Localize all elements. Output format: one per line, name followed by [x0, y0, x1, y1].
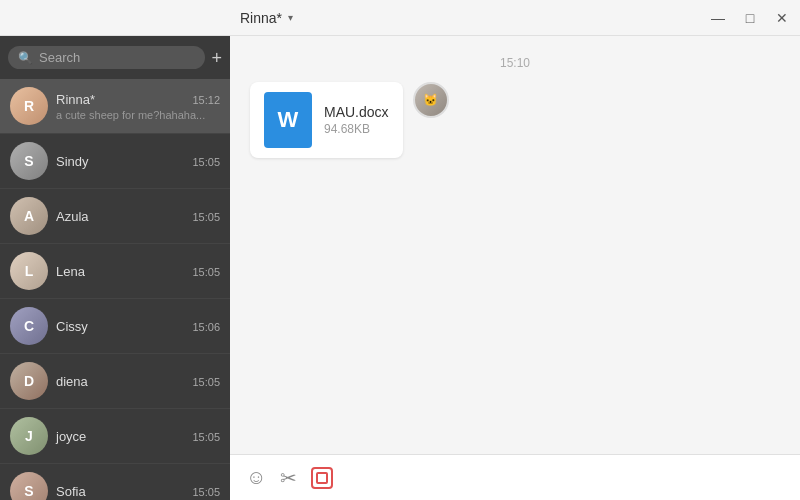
file-name: MAU.docx [324, 104, 389, 120]
minimize-button[interactable]: — [708, 8, 728, 28]
file-size: 94.68KB [324, 122, 389, 136]
contact-time: 15:12 [192, 94, 220, 106]
contact-info: Cissy 15:06 [56, 319, 220, 334]
chat-area: 15:10 W MAU.docx 94.68KB 🐱 [230, 36, 800, 500]
contact-item-diena[interactable]: D diena 15:05 [0, 354, 230, 409]
contact-item-azula[interactable]: A Azula 15:05 [0, 189, 230, 244]
message-row: W MAU.docx 94.68KB 🐱 [250, 82, 780, 158]
contact-name: Lena [56, 264, 85, 279]
avatar: C [10, 307, 48, 345]
avatar: D [10, 362, 48, 400]
avatar: A [10, 197, 48, 235]
message-timestamp: 15:10 [250, 56, 780, 70]
maximize-button[interactable]: □ [740, 8, 760, 28]
contact-info: Sindy 15:05 [56, 154, 220, 169]
contact-info: joyce 15:05 [56, 429, 220, 444]
chat-toolbar: ☺ ✂ [230, 454, 800, 500]
chat-title: Rinna* [240, 10, 282, 26]
copy-paste-button[interactable] [311, 467, 333, 489]
contact-time: 15:05 [192, 211, 220, 223]
contact-name: Cissy [56, 319, 88, 334]
close-button[interactable]: ✕ [772, 8, 792, 28]
contact-item-cissy[interactable]: C Cissy 15:06 [0, 299, 230, 354]
avatar: J [10, 417, 48, 455]
search-input[interactable] [39, 50, 195, 65]
contact-time: 15:06 [192, 321, 220, 333]
avatar: S [10, 142, 48, 180]
contact-name: Rinna* [56, 92, 95, 107]
search-input-wrap[interactable]: 🔍 [8, 46, 205, 69]
word-file-icon: W [264, 92, 312, 148]
contact-item-sofia[interactable]: S Sofia 15:05 [0, 464, 230, 500]
file-info: MAU.docx 94.68KB [324, 104, 389, 136]
contact-info: Lena 15:05 [56, 264, 220, 279]
contact-item-joyce[interactable]: J joyce 15:05 [0, 409, 230, 464]
contact-time: 15:05 [192, 486, 220, 498]
sidebar: 🔍 + R Rinna* 15:12 a cute sheep for me?h… [0, 36, 230, 500]
contact-name: Sindy [56, 154, 89, 169]
contact-item-sindy[interactable]: S Sindy 15:05 [0, 134, 230, 189]
contact-info: Azula 15:05 [56, 209, 220, 224]
contact-name: Azula [56, 209, 89, 224]
avatar: S [10, 472, 48, 500]
contact-info: Rinna* 15:12 a cute sheep for me?hahaha.… [56, 92, 220, 121]
avatar: R [10, 87, 48, 125]
sender-avatar: 🐱 [413, 82, 449, 118]
chat-messages: 15:10 W MAU.docx 94.68KB 🐱 [230, 36, 800, 454]
app-window: Rinna* ▾ — □ ✕ 🔍 + R [0, 0, 800, 500]
title-bar-left: Rinna* ▾ [0, 10, 293, 26]
search-bar: 🔍 + [0, 36, 230, 79]
search-icon: 🔍 [18, 51, 33, 65]
contact-time: 15:05 [192, 156, 220, 168]
contact-time: 15:05 [192, 266, 220, 278]
file-bubble[interactable]: W MAU.docx 94.68KB [250, 82, 403, 158]
title-bar: Rinna* ▾ — □ ✕ [0, 0, 800, 36]
contact-preview: a cute sheep for me?hahaha... [56, 109, 220, 121]
contact-item-rinna[interactable]: R Rinna* 15:12 a cute sheep for me?hahah… [0, 79, 230, 134]
contact-list: R Rinna* 15:12 a cute sheep for me?hahah… [0, 79, 230, 500]
add-contact-button[interactable]: + [211, 49, 222, 67]
scissors-icon[interactable]: ✂ [280, 466, 297, 490]
contact-item-lena[interactable]: L Lena 15:05 [0, 244, 230, 299]
main-content: 🔍 + R Rinna* 15:12 a cute sheep for me?h… [0, 36, 800, 500]
contact-name: diena [56, 374, 88, 389]
avatar: L [10, 252, 48, 290]
contact-time: 15:05 [192, 431, 220, 443]
emoji-button[interactable]: ☺ [246, 466, 266, 489]
copy-icon-inner [316, 472, 328, 484]
contact-name: Sofia [56, 484, 86, 499]
contact-name: joyce [56, 429, 86, 444]
contact-info: diena 15:05 [56, 374, 220, 389]
contact-info: Sofia 15:05 [56, 484, 220, 499]
window-controls: — □ ✕ [708, 8, 792, 28]
chevron-down-icon[interactable]: ▾ [288, 12, 293, 23]
contact-time: 15:05 [192, 376, 220, 388]
